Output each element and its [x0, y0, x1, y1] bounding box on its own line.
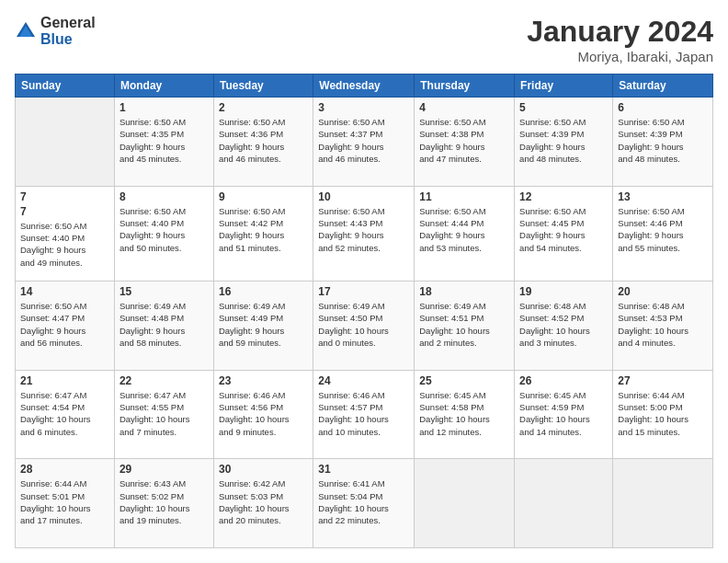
- calendar-cell: [16, 98, 115, 187]
- day-number: 6: [618, 101, 708, 114]
- day-number: 18: [419, 285, 509, 298]
- day-info: Sunrise: 6:42 AM Sunset: 5:03 PM Dayligh…: [219, 477, 308, 526]
- calendar-week-row: 77Sunrise: 6:50 AM Sunset: 4:40 PM Dayli…: [16, 186, 713, 281]
- calendar-cell: 30Sunrise: 6:42 AM Sunset: 5:03 PM Dayli…: [213, 459, 313, 548]
- calendar-cell: 5Sunrise: 6:50 AM Sunset: 4:39 PM Daylig…: [515, 98, 613, 187]
- calendar-cell: 22Sunrise: 6:47 AM Sunset: 4:55 PM Dayli…: [114, 370, 213, 459]
- weekday-header: Sunday: [16, 75, 115, 98]
- calendar-cell: 12Sunrise: 6:50 AM Sunset: 4:45 PM Dayli…: [515, 186, 613, 281]
- calendar-cell: 8Sunrise: 6:50 AM Sunset: 4:40 PM Daylig…: [114, 186, 213, 281]
- calendar-cell: 17Sunrise: 6:49 AM Sunset: 4:50 PM Dayli…: [313, 282, 415, 371]
- calendar-cell: 27Sunrise: 6:44 AM Sunset: 5:00 PM Dayli…: [613, 370, 713, 459]
- header: General Blue January 2024 Moriya, Ibarak…: [15, 15, 713, 64]
- calendar-title: January 2024: [527, 15, 713, 49]
- day-number: 8: [119, 190, 209, 203]
- day-info: Sunrise: 6:50 AM Sunset: 4:40 PM Dayligh…: [20, 220, 109, 269]
- day-info: Sunrise: 6:50 AM Sunset: 4:35 PM Dayligh…: [119, 116, 209, 165]
- calendar-cell: 24Sunrise: 6:46 AM Sunset: 4:57 PM Dayli…: [313, 370, 415, 459]
- calendar-cell: 23Sunrise: 6:46 AM Sunset: 4:56 PM Dayli…: [213, 370, 313, 459]
- day-number: 23: [219, 374, 308, 387]
- day-info: Sunrise: 6:50 AM Sunset: 4:43 PM Dayligh…: [318, 205, 409, 254]
- day-number: 19: [519, 285, 608, 298]
- day-info: Sunrise: 6:49 AM Sunset: 4:51 PM Dayligh…: [419, 300, 509, 349]
- calendar-cell: [515, 459, 613, 548]
- calendar-cell: 10Sunrise: 6:50 AM Sunset: 4:43 PM Dayli…: [313, 186, 415, 281]
- day-info: Sunrise: 6:47 AM Sunset: 4:54 PM Dayligh…: [20, 389, 109, 438]
- calendar-cell: [415, 459, 515, 548]
- day-info: Sunrise: 6:50 AM Sunset: 4:42 PM Dayligh…: [219, 205, 308, 254]
- day-number: 13: [618, 190, 708, 203]
- calendar-table: SundayMondayTuesdayWednesdayThursdayFrid…: [15, 74, 713, 548]
- logo: General Blue: [15, 15, 96, 47]
- day-info: Sunrise: 6:49 AM Sunset: 4:48 PM Dayligh…: [119, 300, 209, 349]
- day-info: Sunrise: 6:50 AM Sunset: 4:39 PM Dayligh…: [519, 116, 608, 165]
- calendar-subtitle: Moriya, Ibaraki, Japan: [527, 49, 713, 64]
- calendar-week-row: 1Sunrise: 6:50 AM Sunset: 4:35 PM Daylig…: [16, 98, 713, 187]
- day-number: 7: [20, 205, 109, 218]
- day-info: Sunrise: 6:48 AM Sunset: 4:52 PM Dayligh…: [519, 300, 608, 349]
- calendar-cell: 4Sunrise: 6:50 AM Sunset: 4:38 PM Daylig…: [415, 98, 515, 187]
- day-number: 27: [618, 374, 708, 387]
- weekday-header: Monday: [114, 75, 213, 98]
- calendar-cell: 13Sunrise: 6:50 AM Sunset: 4:46 PM Dayli…: [613, 186, 713, 281]
- calendar-cell: 11Sunrise: 6:50 AM Sunset: 4:44 PM Dayli…: [415, 186, 515, 281]
- calendar-cell: 3Sunrise: 6:50 AM Sunset: 4:37 PM Daylig…: [313, 98, 415, 187]
- day-info: Sunrise: 6:50 AM Sunset: 4:46 PM Dayligh…: [618, 205, 708, 254]
- day-number: 4: [419, 101, 509, 114]
- day-info: Sunrise: 6:41 AM Sunset: 5:04 PM Dayligh…: [318, 477, 409, 526]
- calendar-cell: 77Sunrise: 6:50 AM Sunset: 4:40 PM Dayli…: [16, 186, 115, 281]
- day-info: Sunrise: 6:45 AM Sunset: 4:58 PM Dayligh…: [419, 389, 509, 438]
- day-number: 31: [318, 463, 409, 476]
- calendar-cell: 20Sunrise: 6:48 AM Sunset: 4:53 PM Dayli…: [613, 282, 713, 371]
- day-number: 1: [119, 101, 209, 114]
- calendar-cell: 19Sunrise: 6:48 AM Sunset: 4:52 PM Dayli…: [515, 282, 613, 371]
- day-info: Sunrise: 6:50 AM Sunset: 4:37 PM Dayligh…: [318, 116, 409, 165]
- day-info: Sunrise: 6:43 AM Sunset: 5:02 PM Dayligh…: [119, 477, 209, 526]
- logo-general: General: [40, 15, 96, 31]
- day-info: Sunrise: 6:50 AM Sunset: 4:45 PM Dayligh…: [519, 205, 608, 254]
- logo-blue: Blue: [40, 31, 96, 48]
- calendar-week-row: 28Sunrise: 6:44 AM Sunset: 5:01 PM Dayli…: [16, 459, 713, 548]
- calendar-cell: 14Sunrise: 6:50 AM Sunset: 4:47 PM Dayli…: [16, 282, 115, 371]
- calendar-cell: [613, 459, 713, 548]
- weekday-header: Thursday: [415, 75, 515, 98]
- calendar-cell: 21Sunrise: 6:47 AM Sunset: 4:54 PM Dayli…: [16, 370, 115, 459]
- calendar-cell: 15Sunrise: 6:49 AM Sunset: 4:48 PM Dayli…: [114, 282, 213, 371]
- day-number: 24: [318, 374, 409, 387]
- logo-text: General Blue: [40, 15, 96, 47]
- day-number: 12: [519, 190, 608, 203]
- day-info: Sunrise: 6:49 AM Sunset: 4:50 PM Dayligh…: [318, 300, 409, 349]
- day-number: 22: [119, 374, 209, 387]
- weekday-header: Friday: [515, 75, 613, 98]
- title-block: January 2024 Moriya, Ibaraki, Japan: [527, 15, 713, 64]
- calendar-cell: 25Sunrise: 6:45 AM Sunset: 4:58 PM Dayli…: [415, 370, 515, 459]
- calendar-cell: 18Sunrise: 6:49 AM Sunset: 4:51 PM Dayli…: [415, 282, 515, 371]
- page: General Blue January 2024 Moriya, Ibarak…: [0, 0, 728, 563]
- day-number: 5: [519, 101, 608, 114]
- day-number: 29: [119, 463, 209, 476]
- day-info: Sunrise: 6:49 AM Sunset: 4:49 PM Dayligh…: [219, 300, 308, 349]
- calendar-cell: 1Sunrise: 6:50 AM Sunset: 4:35 PM Daylig…: [114, 98, 213, 187]
- day-info: Sunrise: 6:50 AM Sunset: 4:44 PM Dayligh…: [419, 205, 509, 254]
- day-info: Sunrise: 6:46 AM Sunset: 4:57 PM Dayligh…: [318, 389, 409, 438]
- day-number: 14: [20, 285, 109, 298]
- day-info: Sunrise: 6:50 AM Sunset: 4:38 PM Dayligh…: [419, 116, 509, 165]
- day-number: 7: [20, 190, 109, 203]
- calendar-cell: 31Sunrise: 6:41 AM Sunset: 5:04 PM Dayli…: [313, 459, 415, 548]
- calendar-cell: 6Sunrise: 6:50 AM Sunset: 4:39 PM Daylig…: [613, 98, 713, 187]
- day-info: Sunrise: 6:45 AM Sunset: 4:59 PM Dayligh…: [519, 389, 608, 438]
- day-number: 10: [318, 190, 409, 203]
- day-number: 16: [219, 285, 308, 298]
- calendar-week-row: 14Sunrise: 6:50 AM Sunset: 4:47 PM Dayli…: [16, 282, 713, 371]
- calendar-cell: 29Sunrise: 6:43 AM Sunset: 5:02 PM Dayli…: [114, 459, 213, 548]
- day-info: Sunrise: 6:44 AM Sunset: 5:00 PM Dayligh…: [618, 389, 708, 438]
- day-info: Sunrise: 6:50 AM Sunset: 4:36 PM Dayligh…: [219, 116, 308, 165]
- calendar-cell: 9Sunrise: 6:50 AM Sunset: 4:42 PM Daylig…: [213, 186, 313, 281]
- day-info: Sunrise: 6:48 AM Sunset: 4:53 PM Dayligh…: [618, 300, 708, 349]
- day-number: 9: [219, 190, 308, 203]
- day-number: 30: [219, 463, 308, 476]
- day-number: 3: [318, 101, 409, 114]
- day-info: Sunrise: 6:50 AM Sunset: 4:47 PM Dayligh…: [20, 300, 109, 349]
- day-number: 15: [119, 285, 209, 298]
- day-number: 20: [618, 285, 708, 298]
